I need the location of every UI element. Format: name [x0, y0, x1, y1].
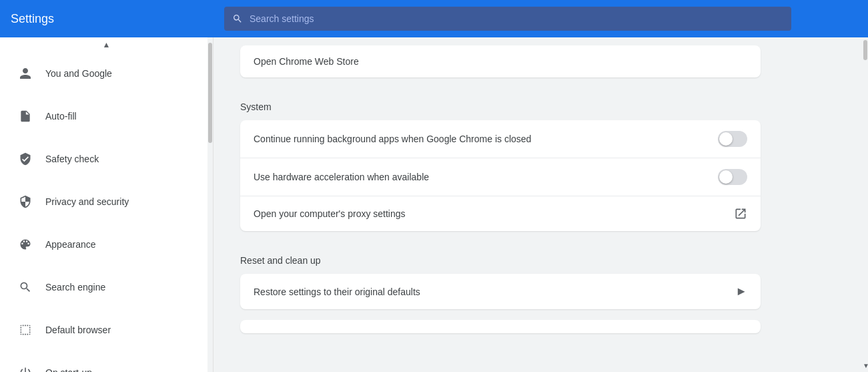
app-title: Settings [11, 12, 144, 26]
shield-check-icon [13, 147, 37, 171]
sidebar-item-privacy-security[interactable]: Privacy and security [0, 180, 213, 223]
browser-icon [13, 318, 37, 342]
sidebar-item-label-safety-check: Safety check [45, 154, 99, 164]
search-icon [232, 13, 243, 24]
sidebar-item-label-you-and-google: You and Google [45, 68, 112, 79]
sidebar-item-default-browser[interactable]: Default browser [0, 309, 213, 351]
open-chrome-web-store-item[interactable]: Open Chrome Web Store [240, 45, 761, 77]
palette-icon [13, 232, 37, 256]
sidebar-item-safety-check[interactable]: Safety check [0, 138, 213, 180]
system-card: Continue running background apps when Go… [240, 120, 761, 231]
sidebar-item-label-auto-fill: Auto-fill [45, 111, 77, 122]
background-apps-label: Continue running background apps when Go… [254, 134, 531, 144]
sidebar-item-label-on-startup: On start-up [45, 367, 92, 372]
top-card: Open Chrome Web Store [240, 45, 761, 77]
clean-up-card-partial [240, 320, 761, 333]
power-icon [13, 361, 37, 372]
sidebar-scroll-up[interactable]: ▲ [0, 37, 213, 52]
reset-card: Restore settings to their original defau… [240, 274, 761, 309]
proxy-settings-label: Open your computer's proxy settings [254, 208, 406, 219]
background-apps-toggle[interactable] [718, 131, 747, 147]
sidebar-item-label-default-browser: Default browser [45, 325, 111, 335]
header: Settings [0, 0, 868, 37]
restore-defaults-arrow-icon: ► [735, 285, 747, 299]
content-inner: Open Chrome Web Store System Continue ru… [213, 45, 787, 371]
person-icon [13, 61, 37, 85]
search-bar[interactable] [224, 7, 791, 31]
background-apps-item[interactable]: Continue running background apps when Go… [240, 120, 761, 158]
external-link-icon [734, 207, 747, 220]
sidebar-item-appearance[interactable]: Appearance [0, 223, 213, 266]
hardware-acceleration-toggle-knob [719, 170, 733, 184]
search-engine-icon [13, 275, 37, 299]
sidebar-item-auto-fill[interactable]: Auto-fill [0, 95, 213, 138]
main-content: Open Chrome Web Store System Continue ru… [213, 37, 868, 372]
hardware-acceleration-item[interactable]: Use hardware acceleration when available [240, 158, 761, 196]
sidebar-item-label-search-engine: Search engine [45, 282, 105, 293]
hardware-acceleration-toggle[interactable] [718, 169, 747, 185]
proxy-settings-item[interactable]: Open your computer's proxy settings [240, 196, 761, 231]
shield-icon [13, 190, 37, 214]
sidebar-item-label-appearance: Appearance [45, 239, 96, 250]
clean-up-item[interactable] [240, 320, 761, 333]
main-scroll-down-arrow[interactable]: ▼ [863, 362, 868, 369]
sidebar-scrollbar-thumb [208, 43, 212, 143]
search-input[interactable] [250, 13, 783, 24]
background-apps-toggle-knob [719, 132, 733, 146]
sidebar: ▲ You and Google Auto-fill [0, 37, 213, 372]
sidebar-scrollbar[interactable] [207, 37, 213, 372]
reset-section-title: Reset and clean up [240, 242, 761, 274]
system-section-title: System [240, 88, 761, 120]
hardware-acceleration-label: Use hardware acceleration when available [254, 172, 429, 182]
restore-defaults-label: Restore settings to their original defau… [254, 287, 420, 297]
main-scrollbar[interactable]: ▼ [863, 37, 868, 372]
sidebar-item-on-startup[interactable]: On start-up [0, 351, 213, 372]
body: ▲ You and Google Auto-fill [0, 37, 868, 372]
open-chrome-web-store-label: Open Chrome Web Store [254, 56, 359, 67]
restore-defaults-item[interactable]: Restore settings to their original defau… [240, 274, 761, 309]
autofill-icon [13, 104, 37, 128]
sidebar-item-label-privacy-security: Privacy and security [45, 196, 129, 207]
sidebar-item-search-engine[interactable]: Search engine [0, 266, 213, 309]
main-scrollbar-thumb [863, 40, 867, 60]
sidebar-item-you-and-google[interactable]: You and Google [0, 52, 213, 95]
